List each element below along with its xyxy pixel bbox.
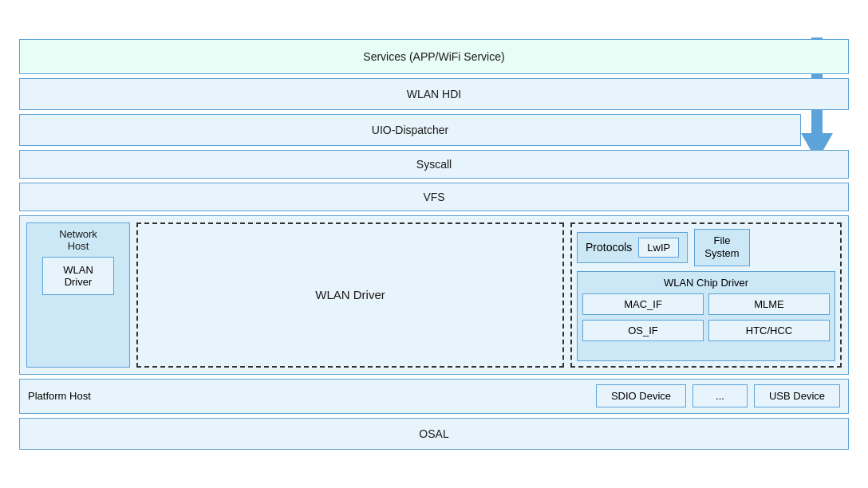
uio-label: UIO-Dispatcher [372, 124, 448, 136]
network-host-label: Network Host [59, 228, 97, 252]
right-section: Protocols LwIP File System WLAN Chip Dri… [570, 222, 842, 368]
osal-label: OSAL [419, 427, 448, 440]
os-if-box: OS_IF [582, 320, 704, 341]
chip-driver-grid: MAC_IF MLME OS_IF HTC/HCC [582, 293, 830, 341]
mac-if-box: MAC_IF [582, 293, 704, 315]
sdio-device-box: SDIO Device [596, 384, 686, 407]
os-if-label: OS_IF [628, 325, 658, 336]
services-layer: Services (APP/WiFi Service) [19, 39, 849, 74]
vfs-layer: VFS [19, 183, 849, 211]
lwip-label: LwIP [647, 242, 670, 254]
wlan-hdi-label: WLAN HDI [407, 88, 461, 100]
htc-hcc-label: HTC/HCC [746, 325, 793, 336]
platform-layer: Platform Host SDIO Device ... USB Device [19, 379, 849, 414]
wlan-driver-small-box: WLAN Driver [42, 257, 114, 295]
uio-dispatcher-layer: UIO-Dispatcher [19, 114, 801, 146]
wlan-driver-center-label: WLAN Driver [315, 288, 385, 301]
osal-layer: OSAL [19, 418, 849, 450]
filesystem-box: File System [694, 229, 749, 267]
dots-box: ... [692, 384, 748, 407]
usb-device-box: USB Device [754, 384, 840, 407]
right-top-row: Protocols LwIP File System [577, 229, 835, 267]
sdio-device-label: SDIO Device [611, 390, 671, 402]
mlme-label: MLME [754, 298, 784, 310]
htc-hcc-box: HTC/HCC [708, 320, 830, 341]
lwip-box: LwIP [638, 238, 679, 258]
dots-label: ... [716, 390, 724, 402]
usb-device-label: USB Device [769, 390, 825, 402]
services-label: Services (APP/WiFi Service) [363, 50, 504, 63]
architecture-diagram: Services (APP/WiFi Service) WLAN HDI UIO… [19, 31, 849, 458]
syscall-label: Syscall [416, 158, 452, 171]
protocols-label: Protocols [586, 241, 632, 254]
platform-host-label: Platform Host [28, 390, 91, 402]
network-host-box: Network Host WLAN Driver [26, 222, 130, 368]
filesystem-label: File System [704, 234, 739, 260]
chip-driver-label: WLAN Chip Driver [582, 277, 830, 289]
protocols-box: Protocols LwIP [577, 232, 688, 263]
mac-if-label: MAC_IF [624, 298, 662, 310]
wlan-driver-center-box: WLAN Driver [136, 222, 564, 368]
vfs-label: VFS [423, 191, 444, 203]
main-section: Network Host WLAN Driver WLAN Driver Pro… [19, 215, 849, 375]
wlan-chip-driver-box: WLAN Chip Driver MAC_IF MLME OS_IF HTC/H… [577, 271, 835, 360]
mlme-box: MLME [708, 293, 830, 315]
syscall-layer: Syscall [19, 150, 849, 179]
wlan-hdi-layer: WLAN HDI [19, 78, 849, 110]
wlan-driver-small-label: WLAN Driver [63, 264, 93, 288]
